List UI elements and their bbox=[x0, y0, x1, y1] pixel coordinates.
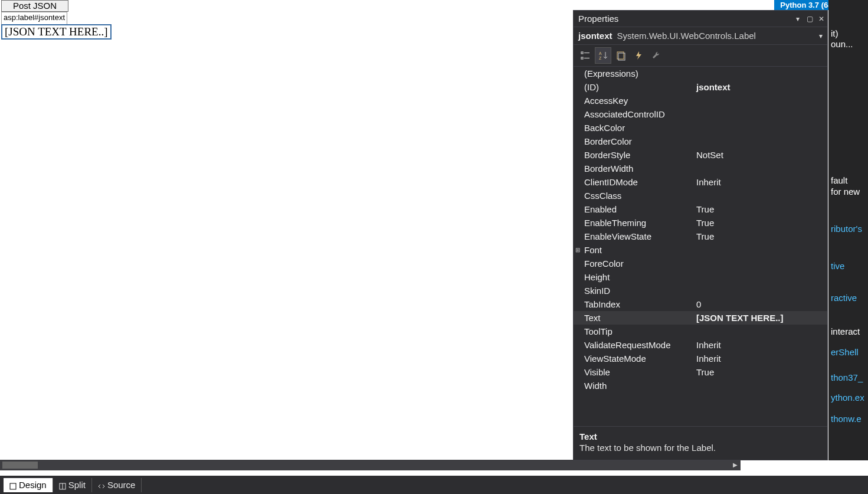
property-value[interactable]: True bbox=[693, 365, 827, 379]
property-value[interactable]: Inherit bbox=[693, 175, 827, 189]
property-name: Font bbox=[582, 243, 693, 257]
property-value[interactable]: [JSON TEXT HERE..] bbox=[693, 311, 827, 325]
background-text-fragment: fault bbox=[828, 175, 847, 185]
background-text-fragment: interact bbox=[828, 326, 860, 336]
property-row-accesskey[interactable]: AccessKey bbox=[574, 94, 827, 107]
property-name: Enabled bbox=[582, 202, 693, 216]
properties-grid[interactable]: (Expressions)(ID)jsontextAccessKeyAssoci… bbox=[574, 67, 827, 390]
categorized-view-button[interactable] bbox=[577, 47, 594, 64]
scrollbar-thumb[interactable] bbox=[2, 462, 38, 469]
design-icon bbox=[9, 482, 17, 489]
property-name: (Expressions) bbox=[582, 67, 693, 80]
property-row-enabled[interactable]: EnabledTrue bbox=[574, 202, 827, 216]
window-maximize-icon[interactable]: ▢ bbox=[804, 11, 815, 27]
alphabetical-view-button[interactable]: AZ bbox=[595, 47, 611, 64]
events-button[interactable] bbox=[630, 47, 647, 64]
background-text-fragment[interactable]: ractive bbox=[828, 293, 857, 303]
properties-panel: Properties ▾ ▢ ✕ jsontext System.Web.UI.… bbox=[573, 10, 828, 460]
background-text-fragment[interactable]: ython.ex bbox=[828, 392, 864, 403]
property-row-viewstatemode[interactable]: ViewStateModeInherit bbox=[574, 352, 827, 365]
window-dropdown-icon[interactable]: ▾ bbox=[792, 11, 804, 27]
property-row-forecolor[interactable]: ForeColor bbox=[574, 257, 827, 270]
property-row-enabletheming[interactable]: EnableThemingTrue bbox=[574, 216, 827, 230]
property-name: ToolTip bbox=[582, 325, 693, 338]
property-value[interactable]: Inherit bbox=[693, 338, 827, 352]
property-row-text[interactable]: Text[JSON TEXT HERE..] bbox=[574, 311, 827, 325]
background-text-fragment[interactable]: tive bbox=[828, 261, 844, 271]
property-name: EnableViewState bbox=[582, 230, 693, 243]
tab-label: Design bbox=[19, 480, 47, 490]
property-value[interactable]: True bbox=[693, 216, 827, 230]
view-tabs: DesignSplitSource bbox=[0, 476, 868, 494]
property-row-font[interactable]: ⊞Font bbox=[574, 243, 827, 257]
property-name: BorderStyle bbox=[582, 148, 693, 162]
wrench-icon[interactable] bbox=[648, 47, 664, 64]
property-name: AssociatedControlID bbox=[582, 107, 693, 121]
background-text-fragment[interactable]: thon37_ bbox=[828, 372, 863, 382]
asp-selection-tag[interactable]: asp:label#jsontext bbox=[1, 12, 67, 25]
post-json-button[interactable]: Post JSON bbox=[1, 0, 68, 12]
property-row-associatedcontrolid[interactable]: AssociatedControlID bbox=[574, 107, 827, 121]
property-row-skinid[interactable]: SkinID bbox=[574, 284, 827, 297]
tab-label: Split bbox=[68, 480, 86, 490]
background-text-fragment[interactable]: erShell bbox=[828, 347, 859, 357]
source-icon bbox=[98, 482, 105, 489]
property-row-id[interactable]: (ID)jsontext bbox=[574, 80, 827, 94]
property-name: Height bbox=[582, 270, 693, 284]
property-name: CssClass bbox=[582, 189, 693, 202]
property-row-backcolor[interactable]: BackColor bbox=[574, 121, 827, 135]
python-environments-background: it)oun...faultfor newributor'stiveractiv… bbox=[828, 0, 868, 460]
property-value[interactable]: jsontext bbox=[693, 80, 827, 94]
property-row-tabindex[interactable]: TabIndex0 bbox=[574, 297, 827, 311]
property-row-tooltip[interactable]: ToolTip bbox=[574, 325, 827, 338]
background-text-fragment: for new bbox=[828, 187, 860, 197]
property-name: AccessKey bbox=[582, 94, 693, 107]
property-name: Visible bbox=[582, 365, 693, 379]
property-row-borderstyle[interactable]: BorderStyleNotSet bbox=[574, 148, 827, 162]
selected-control-type: System.Web.UI.WebControls.Label bbox=[617, 31, 814, 41]
selected-control-id: jsontext bbox=[578, 31, 612, 41]
property-value[interactable]: 0 bbox=[693, 297, 827, 311]
property-row-cssclass[interactable]: CssClass bbox=[574, 189, 827, 202]
svg-rect-1 bbox=[581, 57, 583, 59]
jsontext-label-control[interactable]: [JSON TEXT HERE..] bbox=[1, 24, 112, 40]
property-row-expressions[interactable]: (Expressions) bbox=[574, 67, 827, 80]
property-name: ViewStateMode bbox=[582, 352, 693, 365]
property-name: ClientIDMode bbox=[582, 175, 693, 189]
property-name: ValidateRequestMode bbox=[582, 338, 693, 352]
svg-rect-9 bbox=[10, 483, 16, 489]
property-name: TabIndex bbox=[582, 297, 693, 311]
property-name: EnableTheming bbox=[582, 216, 693, 230]
tab-split[interactable]: Split bbox=[53, 478, 92, 492]
properties-title-text: Properties bbox=[578, 11, 792, 27]
property-name: BackColor bbox=[582, 121, 693, 135]
background-text-fragment[interactable]: ributor's bbox=[828, 224, 862, 234]
property-value[interactable]: True bbox=[693, 202, 827, 216]
expand-icon[interactable]: ⊞ bbox=[574, 243, 582, 257]
property-row-bordercolor[interactable]: BorderColor bbox=[574, 135, 827, 148]
property-row-height[interactable]: Height bbox=[574, 270, 827, 284]
property-name: ForeColor bbox=[582, 257, 693, 270]
property-row-enableviewstate[interactable]: EnableViewStateTrue bbox=[574, 230, 827, 243]
property-row-validaterequestmode[interactable]: ValidateRequestModeInherit bbox=[574, 338, 827, 352]
property-row-width[interactable]: Width bbox=[574, 379, 827, 390]
property-row-clientidmode[interactable]: ClientIDModeInherit bbox=[574, 175, 827, 189]
property-value[interactable]: Inherit bbox=[693, 352, 827, 365]
tab-design[interactable]: Design bbox=[4, 478, 53, 492]
property-row-visible[interactable]: VisibleTrue bbox=[574, 365, 827, 379]
property-pages-button[interactable] bbox=[612, 47, 629, 64]
selector-dropdown-icon[interactable]: ▾ bbox=[819, 32, 823, 40]
svg-text:A: A bbox=[599, 51, 602, 55]
scrollbar-right-arrow-icon[interactable]: ▶ bbox=[731, 461, 739, 469]
split-icon bbox=[59, 482, 66, 489]
properties-selector[interactable]: jsontext System.Web.UI.WebControls.Label… bbox=[574, 27, 827, 45]
background-text-fragment: oun... bbox=[828, 39, 853, 49]
property-row-borderwidth[interactable]: BorderWidth bbox=[574, 162, 827, 175]
horizontal-scrollbar[interactable]: ▶ bbox=[0, 460, 741, 470]
background-text-fragment[interactable]: thonw.e bbox=[828, 414, 862, 424]
property-value[interactable]: NotSet bbox=[693, 148, 827, 162]
svg-text:Z: Z bbox=[599, 56, 602, 60]
window-close-icon[interactable]: ✕ bbox=[815, 11, 827, 27]
tab-source[interactable]: Source bbox=[92, 478, 142, 492]
property-value[interactable]: True bbox=[693, 230, 827, 243]
